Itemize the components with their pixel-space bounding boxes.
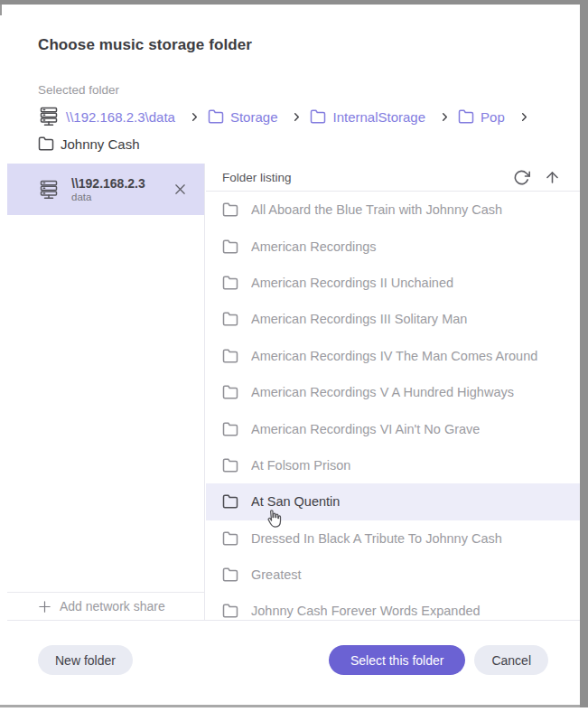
chevron-right-icon bbox=[519, 112, 529, 122]
go-up-button[interactable] bbox=[537, 165, 567, 189]
breadcrumb-item[interactable]: \\192.168.2.3\data bbox=[38, 106, 208, 127]
folder-row[interactable]: At Folsom Prison bbox=[206, 447, 580, 483]
folder-icon bbox=[222, 384, 238, 400]
folder-name: American Recordings V A Hundred Highways bbox=[251, 385, 514, 399]
window-frame-bottom bbox=[0, 705, 580, 707]
breadcrumb-row: \\192.168.2.3\data Storage bbox=[38, 106, 562, 127]
breadcrumb-label[interactable]: InternalStorage bbox=[332, 109, 425, 125]
window-frame-right bbox=[580, 0, 588, 707]
folder-name: At Folsom Prison bbox=[251, 458, 350, 473]
chevron-right-icon bbox=[292, 112, 302, 122]
share-name: \\192.168.2.3 bbox=[71, 176, 156, 191]
plus-icon bbox=[38, 600, 51, 614]
selected-folder-label: Selected folder bbox=[38, 83, 562, 97]
folder-icon bbox=[222, 239, 238, 255]
dialog-footer: New folder Select this folder Cancel bbox=[7, 620, 580, 705]
folder-row[interactable]: At San Quentin bbox=[206, 483, 580, 520]
folder-icon bbox=[222, 311, 238, 327]
folder-name: American Recordings IV The Man Comes Aro… bbox=[251, 349, 537, 363]
breadcrumb-label[interactable]: Storage bbox=[230, 109, 278, 125]
folder-row[interactable]: Dressed In Black A Tribute To Johnny Cas… bbox=[206, 520, 580, 557]
server-icon bbox=[38, 179, 60, 201]
folder-name: American Recordings III Solitary Man bbox=[251, 312, 467, 326]
folder-icon bbox=[222, 603, 238, 619]
cancel-button[interactable]: Cancel bbox=[474, 645, 548, 675]
folder-row[interactable]: American Recordings bbox=[206, 228, 580, 264]
folder-icon bbox=[222, 493, 238, 510]
sidebar-item-network-share[interactable]: \\192.168.2.3 data bbox=[7, 164, 204, 215]
folder-icon bbox=[222, 421, 238, 437]
breadcrumb-current-label: Johnny Cash bbox=[61, 136, 140, 152]
folder-icon bbox=[222, 348, 238, 364]
folder-icon bbox=[310, 108, 326, 125]
folder-row[interactable]: Johnny Cash Forever Words Expanded bbox=[206, 593, 580, 620]
breadcrumb-item[interactable]: InternalStorage bbox=[310, 108, 458, 125]
folder-row[interactable]: American Recordings II Unchained bbox=[206, 265, 580, 301]
folder-icon bbox=[222, 457, 238, 473]
folder-name: American Recordings VI Ain't No Grave bbox=[251, 422, 480, 436]
window-frame-edge bbox=[0, 5, 2, 15]
folder-listing-title: Folder listing bbox=[222, 171, 506, 184]
folder-icon bbox=[222, 567, 238, 583]
share-subpath: data bbox=[71, 192, 156, 202]
folder-row[interactable]: All Aboard the Blue Train with Johnny Ca… bbox=[206, 192, 580, 228]
new-folder-button[interactable]: New folder bbox=[38, 645, 133, 675]
folder-name: At San Quentin bbox=[251, 494, 340, 509]
select-this-folder-button[interactable]: Select this folder bbox=[329, 645, 466, 675]
folder-row[interactable]: American Recordings V A Hundred Highways bbox=[206, 374, 580, 410]
refresh-icon bbox=[513, 169, 530, 186]
folder-name: American Recordings bbox=[251, 239, 377, 254]
folder-row[interactable]: American Recordings VI Ain't No Grave bbox=[206, 410, 580, 446]
folder-listing-header: Folder listing bbox=[206, 164, 580, 192]
server-icon bbox=[38, 106, 60, 127]
folder-name: All Aboard the Blue Train with Johnny Ca… bbox=[251, 202, 502, 217]
breadcrumb-item[interactable]: Pop bbox=[458, 108, 537, 125]
breadcrumb-label[interactable]: Pop bbox=[481, 109, 505, 125]
window-frame-top bbox=[0, 0, 588, 5]
folder-name: Greatest bbox=[251, 567, 302, 582]
chevron-right-icon bbox=[440, 112, 450, 122]
add-network-share-button[interactable]: Add network share bbox=[7, 592, 204, 620]
arrow-up-icon bbox=[544, 169, 561, 186]
folder-icon bbox=[222, 530, 238, 547]
folder-icon bbox=[208, 108, 224, 125]
folder-icon bbox=[458, 108, 474, 125]
remove-share-button[interactable] bbox=[168, 178, 191, 201]
folder-name: Johnny Cash Forever Words Expanded bbox=[251, 604, 481, 618]
folder-list: All Aboard the Blue Train with Johnny Ca… bbox=[206, 192, 580, 620]
folder-name: American Recordings II Unchained bbox=[251, 276, 453, 290]
breadcrumb: \\192.168.2.3\data Storage bbox=[38, 106, 562, 152]
dialog-title: Choose music storage folder bbox=[38, 36, 562, 54]
folder-row[interactable]: American Recordings III Solitary Man bbox=[206, 301, 580, 337]
folder-name: Dressed In Black A Tribute To Johnny Cas… bbox=[251, 531, 502, 546]
close-icon bbox=[173, 182, 188, 197]
add-network-share-label: Add network share bbox=[60, 599, 165, 614]
folder-icon bbox=[222, 275, 238, 291]
folder-row[interactable]: American Recordings IV The Man Comes Aro… bbox=[206, 338, 580, 374]
shares-sidebar: \\192.168.2.3 data Add network share bbox=[7, 164, 205, 620]
breadcrumb-label[interactable]: \\192.168.2.3\data bbox=[66, 109, 175, 125]
folder-icon bbox=[222, 201, 238, 218]
breadcrumb-item[interactable]: Storage bbox=[208, 108, 311, 125]
dialog-header: Choose music storage folder Selected fol… bbox=[38, 36, 562, 152]
folder-icon bbox=[38, 136, 54, 152]
folder-row[interactable]: Greatest bbox=[206, 557, 580, 593]
folder-listing-panel: Folder listing All Aboard the Blue Train… bbox=[206, 164, 580, 620]
chevron-right-icon bbox=[190, 112, 200, 122]
breadcrumb-current: Johnny Cash bbox=[38, 136, 140, 152]
refresh-button[interactable] bbox=[506, 165, 537, 189]
